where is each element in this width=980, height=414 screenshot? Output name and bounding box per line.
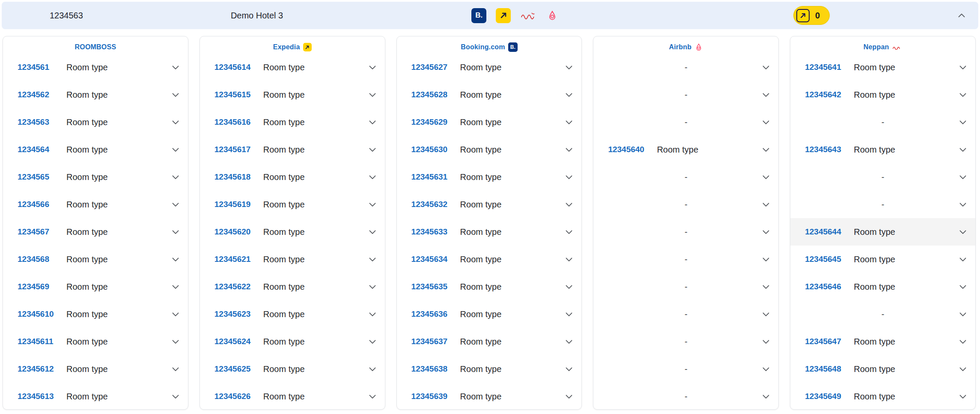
chevron-down-icon[interactable]	[563, 117, 575, 128]
chevron-down-icon[interactable]	[760, 89, 771, 100]
room-mapping-row[interactable]: 12345619Room type	[200, 191, 385, 218]
chevron-down-icon[interactable]	[170, 254, 181, 265]
chevron-down-icon[interactable]	[367, 199, 378, 210]
room-mapping-row[interactable]: -	[593, 383, 778, 410]
room-id-link[interactable]: 12345643	[805, 145, 841, 154]
chevron-down-icon[interactable]	[563, 171, 575, 183]
chevron-down-icon[interactable]	[760, 336, 771, 347]
chevron-down-icon[interactable]	[563, 62, 575, 73]
room-mapping-row[interactable]: 12345627Room type	[397, 54, 582, 81]
chevron-down-icon[interactable]	[957, 363, 968, 375]
chevron-down-icon[interactable]	[563, 391, 575, 402]
room-mapping-row[interactable]: 12345626Room type	[200, 383, 385, 410]
room-mapping-row[interactable]: 12345631Room type	[397, 163, 582, 191]
room-id-link[interactable]: 12345613	[18, 392, 54, 401]
room-mapping-row[interactable]: 12345620Room type	[200, 218, 385, 246]
room-mapping-row[interactable]: -	[593, 218, 778, 246]
script-brand-logo-icon[interactable]	[520, 12, 537, 19]
room-mapping-row[interactable]: 12345636Room type	[397, 300, 582, 328]
room-id-link[interactable]: 12345611	[18, 337, 54, 346]
room-mapping-row[interactable]: -	[790, 108, 975, 136]
room-mapping-row[interactable]: 12345641Room type	[790, 54, 975, 81]
room-mapping-row[interactable]: 12345647Room type	[790, 328, 975, 355]
room-id-link[interactable]: 12345635	[411, 282, 448, 291]
room-mapping-row[interactable]: 12345625Room type	[200, 355, 385, 383]
room-id-link[interactable]: 1234568	[18, 255, 49, 264]
room-mapping-row[interactable]: 12345648Room type	[790, 355, 975, 383]
chevron-down-icon[interactable]	[367, 62, 378, 73]
room-id-link[interactable]: 12345634	[411, 255, 448, 264]
room-mapping-row[interactable]: 12345640Room type	[593, 136, 778, 163]
room-id-link[interactable]: 1234565	[18, 172, 49, 182]
chevron-down-icon[interactable]	[760, 117, 771, 128]
room-id-link[interactable]: 12345625	[214, 364, 251, 374]
chevron-down-icon[interactable]	[170, 89, 181, 100]
chevron-down-icon[interactable]	[760, 171, 771, 183]
chevron-down-icon[interactable]	[563, 281, 575, 292]
room-mapping-row[interactable]: -	[593, 54, 778, 81]
room-id-link[interactable]: 12345642	[805, 90, 841, 99]
chevron-down-icon[interactable]	[957, 254, 968, 265]
room-mapping-row[interactable]: 12345615Room type	[200, 81, 385, 108]
chevron-down-icon[interactable]	[563, 336, 575, 347]
room-id-link[interactable]: 12345628	[411, 90, 448, 99]
chevron-down-icon[interactable]	[170, 171, 181, 183]
chevron-down-icon[interactable]	[563, 89, 575, 100]
chevron-down-icon[interactable]	[563, 309, 575, 320]
room-id-link[interactable]: 12345617	[214, 145, 251, 154]
room-id-link[interactable]: 1234569	[18, 282, 49, 291]
chevron-down-icon[interactable]	[367, 226, 378, 237]
room-id-link[interactable]: 12345621	[214, 255, 251, 264]
chevron-down-icon[interactable]	[170, 199, 181, 210]
room-id-link[interactable]: 1234567	[18, 227, 49, 237]
room-mapping-row[interactable]: 1234564Room type	[3, 136, 188, 163]
room-mapping-row[interactable]: -	[593, 81, 778, 108]
room-mapping-row[interactable]: -	[593, 246, 778, 273]
room-id-link[interactable]: 12345633	[411, 227, 448, 237]
room-id-link[interactable]: 12345618	[214, 172, 251, 182]
room-id-link[interactable]: 12345648	[805, 364, 841, 374]
room-id-link[interactable]: 1234563	[18, 117, 49, 127]
room-mapping-row[interactable]: 12345632Room type	[397, 191, 582, 218]
room-mapping-row[interactable]: 12345639Room type	[397, 383, 582, 410]
room-mapping-row[interactable]: 12345612Room type	[3, 355, 188, 383]
room-mapping-row[interactable]: 12345634Room type	[397, 246, 582, 273]
room-id-link[interactable]: 12345630	[411, 145, 448, 154]
room-mapping-row[interactable]: 12345629Room type	[397, 108, 582, 136]
chevron-down-icon[interactable]	[563, 254, 575, 265]
room-mapping-row[interactable]: 12345635Room type	[397, 273, 582, 300]
chevron-down-icon[interactable]	[367, 254, 378, 265]
room-id-link[interactable]: 12345644	[805, 227, 841, 237]
room-mapping-row[interactable]: -	[593, 300, 778, 328]
room-mapping-row[interactable]: -	[593, 328, 778, 355]
chevron-down-icon[interactable]	[367, 171, 378, 183]
room-mapping-row[interactable]: 12345644Room type	[790, 218, 975, 246]
room-mapping-row[interactable]: 12345623Room type	[200, 300, 385, 328]
expedia-counter-pill[interactable]: 0	[793, 6, 830, 25]
room-mapping-row[interactable]: 12345624Room type	[200, 328, 385, 355]
chevron-down-icon[interactable]	[170, 309, 181, 320]
room-mapping-row[interactable]: 1234569Room type	[3, 273, 188, 300]
room-mapping-row[interactable]: 12345633Room type	[397, 218, 582, 246]
room-id-link[interactable]: 12345614	[214, 63, 251, 72]
chevron-down-icon[interactable]	[170, 363, 181, 375]
room-id-link[interactable]: 12345646	[805, 282, 841, 291]
room-id-link[interactable]: 1234561	[18, 63, 49, 72]
chevron-down-icon[interactable]	[957, 144, 968, 155]
room-mapping-row[interactable]: 12345643Room type	[790, 136, 975, 163]
room-mapping-row[interactable]: 1234567Room type	[3, 218, 188, 246]
room-mapping-row[interactable]: 1234566Room type	[3, 191, 188, 218]
chevron-down-icon[interactable]	[957, 171, 968, 183]
booking-logo-icon[interactable]: B.	[471, 8, 486, 23]
room-mapping-row[interactable]: 12345616Room type	[200, 108, 385, 136]
expedia-logo-icon[interactable]	[496, 8, 511, 23]
chevron-down-icon[interactable]	[957, 199, 968, 210]
room-mapping-row[interactable]: 12345613Room type	[3, 383, 188, 410]
chevron-down-icon[interactable]	[170, 226, 181, 237]
chevron-down-icon[interactable]	[367, 336, 378, 347]
room-mapping-row[interactable]: 12345622Room type	[200, 273, 385, 300]
chevron-down-icon[interactable]	[563, 144, 575, 155]
chevron-down-icon[interactable]	[170, 281, 181, 292]
room-mapping-row[interactable]: 12345614Room type	[200, 54, 385, 81]
chevron-down-icon[interactable]	[957, 226, 968, 237]
